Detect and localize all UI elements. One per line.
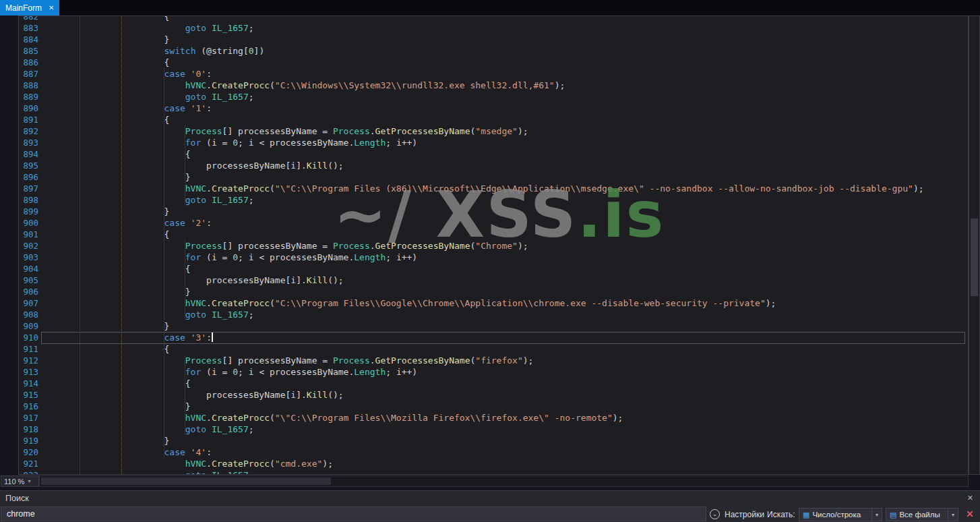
search-input[interactable] xyxy=(1,506,706,521)
code-token: processesByName[i]. xyxy=(206,390,307,400)
code-editor[interactable]: 882{883goto IL_1657;884}885switch (@stri… xyxy=(18,16,969,475)
code-line[interactable]: 913for (i = 0; i < processesByName.Lengt… xyxy=(19,366,968,378)
vertical-scrollbar-thumb[interactable] xyxy=(971,219,978,296)
code-token: IL_1657 xyxy=(212,424,249,434)
code-line[interactable]: 883goto IL_1657; xyxy=(19,22,968,34)
code-line[interactable]: 891{ xyxy=(19,114,968,125)
line-number: 919 xyxy=(19,435,38,446)
code-token: { xyxy=(164,115,170,125)
code-token: switch xyxy=(164,46,196,56)
search-scope-dropdown[interactable]: ▤ Все файлы ▾ xyxy=(886,508,958,521)
horizontal-scrollbar-thumb[interactable] xyxy=(41,477,331,485)
code-line[interactable]: 886{ xyxy=(19,57,968,68)
code-line[interactable]: 916} xyxy=(19,401,968,412)
search-mode-dropdown[interactable]: ▦ Число/строка ▾ xyxy=(799,508,882,521)
code-line[interactable]: 909} xyxy=(19,320,968,332)
code-line[interactable]: 915processesByName[i].Kill(); xyxy=(19,389,968,401)
search-panel-close-icon[interactable]: ✕ xyxy=(967,494,973,502)
code-token xyxy=(185,218,191,228)
line-number: 882 xyxy=(19,16,38,22)
code-token: : xyxy=(206,332,212,343)
code-line[interactable]: 897hVNC.CreateProcc("\"C:\\Program Files… xyxy=(19,183,968,194)
settings-expander-icon[interactable]: ⌄ xyxy=(710,509,720,519)
code-line[interactable]: 899} xyxy=(19,206,968,217)
line-number: 898 xyxy=(19,194,38,206)
code-line[interactable]: 914{ xyxy=(19,378,968,389)
code-line[interactable]: 900case '2': xyxy=(19,217,968,229)
code-line[interactable]: 908goto IL_1657; xyxy=(19,309,968,320)
code-token: "msedge" xyxy=(475,126,518,136)
code-token: Kill xyxy=(307,161,328,171)
line-number: 886 xyxy=(19,57,38,68)
code-token: ]) xyxy=(254,46,265,56)
code-line[interactable]: 910case '3': xyxy=(19,332,968,343)
settings-label[interactable]: Настройки xyxy=(725,510,764,519)
code-token: GetProcessesByName xyxy=(375,241,470,251)
code-line[interactable]: 918goto IL_1657; xyxy=(19,424,968,435)
code-line[interactable]: 888hVNC.CreateProcc("C:\\Windows\\System… xyxy=(19,80,968,91)
code-line[interactable]: 922goto IL_1657; xyxy=(19,469,968,475)
code-token: '4' xyxy=(191,447,206,457)
code-line[interactable]: 896} xyxy=(19,171,968,183)
code-token: } xyxy=(164,34,170,45)
code-token: ); xyxy=(518,241,528,251)
code-line[interactable]: 895processesByName[i].Kill(); xyxy=(19,160,968,171)
code-line[interactable]: 894{ xyxy=(19,148,968,160)
code-line[interactable]: 890case '1': xyxy=(19,103,968,114)
code-token: ; xyxy=(249,470,254,475)
code-line[interactable]: 902Process[] processesByName = Process.G… xyxy=(19,240,968,252)
line-number: 922 xyxy=(19,469,38,475)
code-token xyxy=(206,470,212,475)
vertical-scrollbar[interactable] xyxy=(969,16,980,475)
code-token: Kill xyxy=(307,390,328,400)
horizontal-scrollbar[interactable] xyxy=(39,475,969,487)
code-line[interactable]: 892Process[] processesByName = Process.G… xyxy=(19,125,968,137)
code-token: ( xyxy=(270,298,275,308)
code-line[interactable]: 911{ xyxy=(19,343,968,355)
chevron-down-icon[interactable]: ▾ xyxy=(871,509,882,521)
code-token: { xyxy=(164,16,170,22)
code-token: ; xyxy=(249,310,254,320)
line-number: 883 xyxy=(19,22,38,34)
code-line[interactable]: 904{ xyxy=(19,263,968,274)
code-token: . xyxy=(206,459,212,469)
code-token: ); xyxy=(913,183,924,194)
code-token: Process xyxy=(185,355,222,366)
code-token: . xyxy=(206,298,212,308)
code-line[interactable]: 898goto IL_1657; xyxy=(19,194,968,206)
code-line[interactable]: 912Process[] processesByName = Process.G… xyxy=(19,355,968,366)
code-line[interactable]: 907hVNC.CreateProcc("C:\\Program Files\\… xyxy=(19,297,968,309)
code-token: ); xyxy=(555,80,565,90)
code-line[interactable]: 901{ xyxy=(19,229,968,240)
code-token: Process xyxy=(185,241,222,251)
code-line[interactable]: 887case '0': xyxy=(19,68,968,80)
code-line[interactable]: 921hVNC.CreateProcc("cmd.exe"); xyxy=(19,458,968,469)
code-line[interactable]: 905processesByName[i].Kill(); xyxy=(19,274,968,286)
zoom-select[interactable]: 110 % ▾ xyxy=(1,475,39,487)
code-token: [] processesByName = xyxy=(222,241,333,251)
tab-mainform[interactable]: MainForm ✕ xyxy=(0,0,59,16)
line-number: 921 xyxy=(19,458,38,469)
code-line[interactable]: 903for (i = 0; i < processesByName.Lengt… xyxy=(19,252,968,263)
tab-close-icon[interactable]: ✕ xyxy=(49,4,54,11)
code-line[interactable]: 917hVNC.CreateProcc("\"C:\\Program Files… xyxy=(19,412,968,424)
code-line[interactable]: 919} xyxy=(19,435,968,446)
code-token: (); xyxy=(328,390,343,400)
code-token: goto xyxy=(185,470,206,475)
code-line[interactable]: 884} xyxy=(19,34,968,45)
search-close-icon[interactable]: ✕ xyxy=(966,509,974,519)
code-token: { xyxy=(185,264,191,274)
code-line[interactable]: 920case '4': xyxy=(19,446,968,458)
line-number: 893 xyxy=(19,137,38,148)
code-line[interactable]: 889goto IL_1657; xyxy=(19,91,968,103)
search-scope-icon: ▤ xyxy=(890,511,896,519)
code-line[interactable]: 893for (i = 0; i < processesByName.Lengt… xyxy=(19,137,968,148)
code-token: ( xyxy=(270,459,275,469)
code-line[interactable]: 885switch (@string[0]) xyxy=(19,45,968,57)
code-line[interactable]: 906} xyxy=(19,286,968,297)
code-token: . xyxy=(370,241,375,251)
code-token: goto xyxy=(185,424,206,434)
chevron-down-icon[interactable]: ▾ xyxy=(948,509,958,521)
code-line[interactable]: 882{ xyxy=(19,16,968,22)
code-token: : xyxy=(206,103,212,113)
